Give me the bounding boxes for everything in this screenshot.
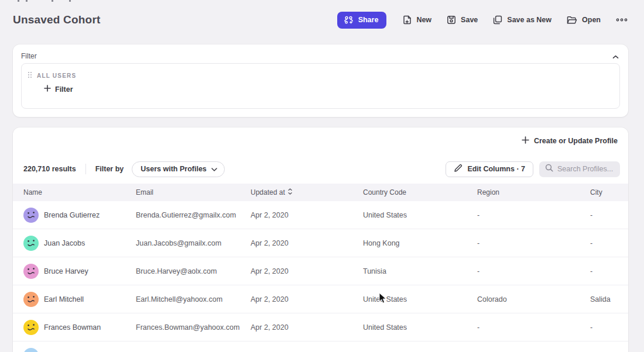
toolbar: Share New Save (337, 12, 628, 29)
profile-name: Earl Mitchell (44, 295, 84, 303)
profile-region: - (477, 239, 590, 247)
filter-panel-title: Filter (21, 52, 37, 60)
table-row[interactable]: Bruce Harvey Bruce.Harvey@aolx.com Apr 2… (13, 257, 628, 285)
profile-type-dropdown-value: Users with Profiles (141, 165, 207, 173)
results-count: 220,710 results (23, 165, 76, 173)
divider (85, 164, 86, 174)
search-profiles-input[interactable] (557, 165, 614, 173)
profile-city: - (590, 211, 628, 219)
plus-icon (522, 136, 529, 146)
table-row[interactable] (13, 341, 628, 352)
profile-updated-at: Apr 2, 2020 (251, 239, 363, 247)
new-button-label: New (416, 16, 431, 24)
profile-country-code: United States (363, 323, 477, 332)
profile-name: Bruce Harvey (44, 267, 88, 275)
profile-name: Brenda Gutierrez (44, 211, 100, 219)
table-row[interactable]: Juan Jacobs Juan.Jacobs@gmailx.com Apr 2… (13, 229, 628, 257)
avatar (23, 292, 39, 307)
new-button[interactable]: New (403, 15, 431, 25)
profile-city: - (590, 267, 628, 275)
profile-region: - (477, 211, 590, 219)
filter-panel: Filter ALL USERS (13, 44, 628, 117)
table-row[interactable]: Frances Bowman Frances.Bowman@yahoox.com… (13, 313, 628, 341)
plus-icon (44, 85, 51, 94)
edit-columns-button[interactable]: Edit Columns · 7 (446, 161, 533, 177)
profile-updated-at: Apr 2, 2020 (251, 323, 363, 332)
open-button-label: Open (582, 16, 601, 24)
profile-country-code: United States (363, 211, 477, 219)
profile-country-code: Tunisia (363, 267, 477, 275)
profile-region: Colorado (477, 295, 590, 303)
add-filter-label: Filter (55, 85, 73, 94)
avatar (23, 208, 39, 223)
profile-updated-at: Apr 2, 2020 (251, 211, 363, 219)
profile-name: Frances Bowman (44, 323, 101, 332)
column-header-country-code[interactable]: Country Code (363, 188, 477, 196)
save-button-label: Save (461, 16, 478, 24)
column-header-region[interactable]: Region (477, 188, 590, 196)
profile-updated-at: Apr 2, 2020 (251, 295, 363, 303)
avatar (23, 236, 39, 251)
cohort-builder-screen: { "page": { "title": "Unsaved Cohort" },… (0, 0, 644, 352)
folder-open-icon (567, 16, 577, 25)
collapse-filter-button[interactable] (611, 51, 620, 62)
profile-city: - (590, 323, 628, 332)
profile-email: Earl.Mitchell@yahoox.com (136, 295, 251, 303)
search-profiles-box (539, 161, 620, 177)
table-row[interactable]: Earl Mitchell Earl.Mitchell@yahoox.com A… (13, 285, 628, 313)
results-bar: 220,710 results Filter by Users with Pro… (13, 154, 628, 184)
search-icon (545, 164, 553, 174)
chevron-up-icon (612, 52, 619, 61)
filter-by-label: Filter by (95, 165, 124, 173)
ellipsis-icon (616, 18, 628, 22)
copy-icon (493, 15, 502, 25)
pencil-icon (454, 164, 463, 174)
profiles-table-body: Brenda Gutierrez Brenda.Gutierrez@gmailx… (13, 201, 628, 352)
save-as-new-button[interactable]: Save as New (493, 15, 551, 25)
column-header-updated-at[interactable]: Updated at (251, 188, 363, 196)
profile-updated-at: Apr 2, 2020 (251, 267, 363, 275)
chevron-down-icon (211, 165, 217, 173)
profiles-panel: Create or Update Profile 220,710 results… (13, 127, 628, 352)
avatar (23, 264, 39, 279)
column-header-city[interactable]: City (590, 188, 628, 196)
column-header-email[interactable]: Email (136, 188, 251, 196)
profile-email: Brenda.Gutierrez@gmailx.com (136, 211, 251, 219)
share-button-label: Share (358, 16, 379, 24)
column-header-name[interactable]: Name (23, 188, 136, 196)
share-users-icon (344, 16, 354, 25)
profile-email: Bruce.Harvey@aolx.com (136, 267, 251, 275)
save-as-new-button-label: Save as New (507, 16, 551, 24)
profile-email: Juan.Jacobs@gmailx.com (136, 239, 251, 247)
more-options-button[interactable] (616, 18, 628, 22)
create-or-update-profile-label: Create or Update Profile (534, 137, 618, 145)
profile-country-code: Hong Kong (363, 239, 477, 247)
profile-region: - (477, 267, 590, 275)
breadcrumb (0, 0, 117, 2)
filter-group: ALL USERS Filter (21, 63, 620, 109)
avatar (23, 320, 39, 335)
add-filter-button[interactable]: Filter (44, 85, 73, 94)
profile-email: Frances.Bowman@yahoox.com (136, 323, 251, 332)
table-header-row: Name Email Updated at Country Code Regio… (13, 184, 628, 201)
profile-name: Juan Jacobs (44, 239, 85, 247)
open-button[interactable]: Open (567, 16, 601, 25)
share-button[interactable]: Share (337, 12, 387, 29)
all-users-label: ALL USERS (37, 73, 76, 79)
table-row[interactable]: Brenda Gutierrez Brenda.Gutierrez@gmailx… (13, 201, 628, 229)
profile-country-code: United States (363, 295, 477, 303)
save-button[interactable]: Save (447, 15, 478, 25)
new-file-icon (403, 15, 412, 25)
drag-handle-icon[interactable] (28, 70, 32, 81)
page-title: Unsaved Cohort (13, 13, 101, 26)
profile-region: - (477, 323, 590, 332)
edit-columns-label: Edit Columns · 7 (467, 165, 525, 173)
page-header: Unsaved Cohort Share (13, 7, 628, 33)
create-or-update-profile-button[interactable]: Create or Update Profile (522, 136, 618, 146)
profile-city: - (590, 239, 628, 247)
profile-city: Salida (590, 295, 628, 303)
profile-type-dropdown[interactable]: Users with Profiles (132, 161, 225, 177)
sort-icon (288, 188, 292, 196)
avatar (23, 348, 39, 352)
save-icon (447, 15, 456, 25)
